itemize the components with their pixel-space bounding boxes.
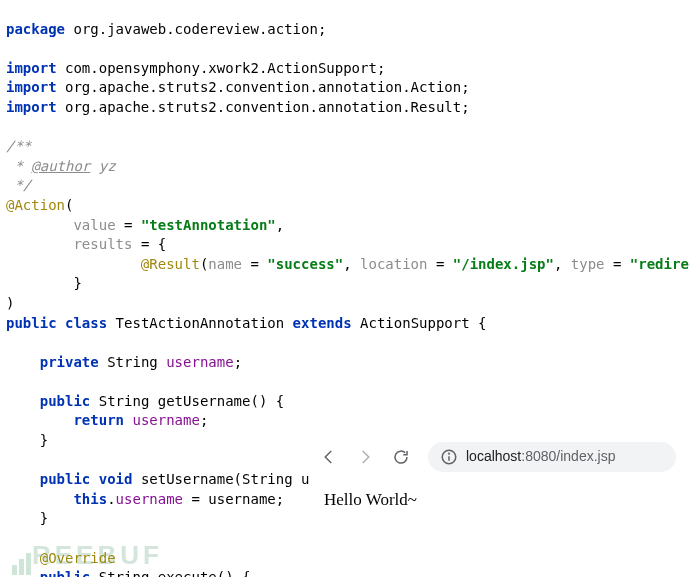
import-path: org.apache.struts2.convention.annotation… [65,99,411,115]
import-class: Result [411,99,462,115]
javadoc-close: */ [6,177,31,193]
class-mods: public class [6,315,107,331]
annotation-action: @Action [6,197,65,213]
import-class: Action [411,79,462,95]
method-setusername: setUsername [141,471,234,487]
method-getusername: getUsername [158,393,251,409]
package-name: org.javaweb.codereview.action; [73,21,326,37]
keyword-import: import [6,99,57,115]
svg-point-2 [449,453,450,454]
javadoc-author: yz [99,158,116,174]
javadoc-open: /** [6,138,31,154]
string-literal: "testAnnotation" [141,217,276,233]
back-icon[interactable] [320,448,338,466]
keyword-import: import [6,60,57,76]
browser-window: localhost:8080/index.jsp Hello World~ [310,436,686,519]
page-body: Hello World~ [310,480,686,520]
address-bar[interactable]: localhost:8080/index.jsp [428,442,676,472]
import-path: org.apache.struts2.convention.annotation… [65,79,411,95]
keyword-import: import [6,79,57,95]
param-results: results [73,236,132,252]
forward-icon[interactable] [356,448,374,466]
param-value: value [73,217,115,233]
keyword-package: package [6,21,65,37]
info-icon [440,448,458,466]
import-path: com.opensymphony.xwork2.ActionSupport; [65,60,385,76]
annotation-result: @Result [141,256,200,272]
field-username: username [166,354,233,370]
javadoc-author-tag: @author [31,158,90,174]
reload-icon[interactable] [392,448,410,466]
superclass: ActionSupport [360,315,470,331]
method-execute: execute [158,569,217,577]
annotation-override: @Override [40,550,116,566]
url-text: localhost:8080/index.jsp [466,447,615,467]
browser-toolbar: localhost:8080/index.jsp [310,436,686,480]
class-name: TestActionAnnotation [116,315,285,331]
